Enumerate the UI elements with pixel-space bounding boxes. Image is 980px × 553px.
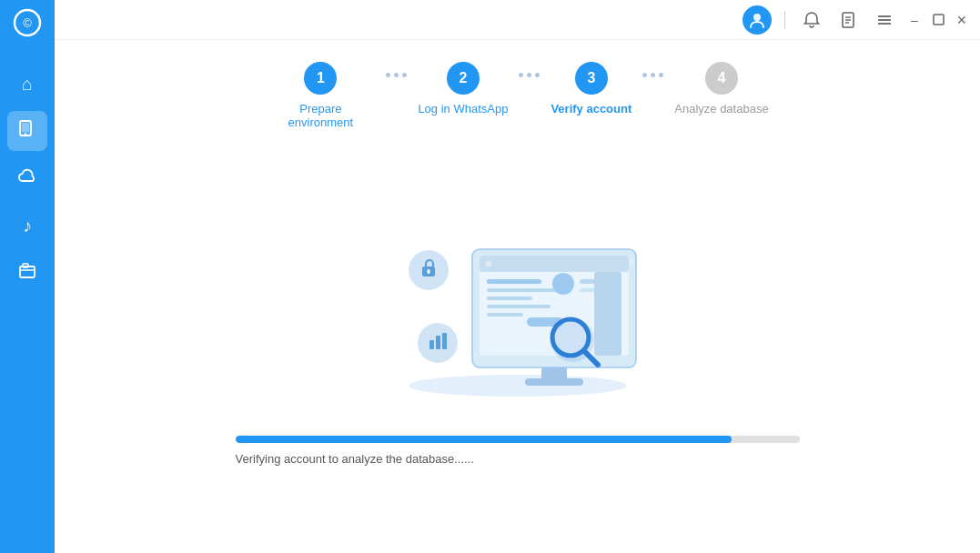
app-logo: © <box>0 0 55 45</box>
close-button[interactable]: ✕ <box>955 13 969 27</box>
svg-rect-34 <box>487 297 532 300</box>
device-icon <box>17 119 37 144</box>
step-dots-3 <box>631 73 674 77</box>
step-1: 1 Prepare environment <box>266 62 375 129</box>
svg-rect-41 <box>594 272 621 356</box>
svg-point-4 <box>25 133 26 135</box>
step-2-circle: 2 <box>447 62 480 95</box>
svg-rect-22 <box>436 336 440 349</box>
svg-rect-23 <box>442 333 447 349</box>
sidebar-item-home[interactable]: ⌂ <box>7 64 47 104</box>
main-content: – ✕ 1 Prepare environment 2 <box>55 0 980 553</box>
svg-rect-46 <box>525 378 583 386</box>
step-2-label: Log in WhatsApp <box>418 102 508 116</box>
user-avatar[interactable] <box>743 5 772 35</box>
svg-rect-5 <box>20 266 35 277</box>
progress-bar-fill <box>236 436 732 443</box>
svg-rect-35 <box>487 305 551 308</box>
sidebar-item-cloud[interactable] <box>7 158 47 198</box>
svg-point-16 <box>409 375 627 397</box>
minimize-button[interactable]: – <box>907 13 922 27</box>
sidebar-item-device[interactable] <box>7 111 47 151</box>
step-2: 2 Log in WhatsApp <box>418 62 508 116</box>
cloud-icon <box>17 168 37 189</box>
sidebar-item-files[interactable] <box>7 253 47 293</box>
divider <box>784 11 785 29</box>
music-icon: ♪ <box>23 216 32 236</box>
step-dots-1 <box>375 73 418 77</box>
step-1-circle: 1 <box>304 62 337 95</box>
progress-section: Verifying account to analyze the databas… <box>236 436 800 466</box>
step-3-circle: 3 <box>575 62 608 95</box>
svg-rect-15 <box>934 15 944 25</box>
svg-rect-36 <box>487 313 523 317</box>
illustration <box>363 208 672 408</box>
titlebar: – ✕ <box>55 0 980 40</box>
svg-point-37 <box>552 273 574 295</box>
sidebar: © ⌂ ♪ <box>0 0 55 553</box>
document-icon[interactable] <box>834 6 862 34</box>
progress-text: Verifying account to analyze the databas… <box>236 452 800 466</box>
svg-rect-19 <box>427 269 429 274</box>
step-3: 3 Verify account <box>551 62 631 116</box>
svg-rect-3 <box>22 123 29 132</box>
maximize-button[interactable] <box>931 13 945 27</box>
step-4-label: Analyze database <box>674 102 768 116</box>
files-icon <box>18 262 36 285</box>
content-area: Verifying account to analyze the databas… <box>55 138 980 553</box>
svg-rect-21 <box>429 340 434 349</box>
titlebar-actions: – ✕ <box>743 5 969 35</box>
svg-rect-45 <box>541 367 567 380</box>
notification-icon[interactable] <box>798 6 825 34</box>
menu-icon[interactable] <box>871 6 898 34</box>
svg-rect-33 <box>487 288 560 292</box>
sidebar-item-music[interactable]: ♪ <box>7 206 47 246</box>
step-1-label: Prepare environment <box>266 102 375 129</box>
step-3-label: Verify account <box>551 102 631 116</box>
progress-bar-track <box>236 436 800 443</box>
step-4: 4 Analyze database <box>674 62 768 116</box>
home-icon: ⌂ <box>22 74 33 95</box>
stepper: 1 Prepare environment 2 Log in WhatsApp … <box>55 40 980 138</box>
svg-text:©: © <box>23 16 32 30</box>
svg-point-30 <box>485 260 491 266</box>
svg-rect-29 <box>480 256 629 272</box>
svg-point-31 <box>629 259 634 265</box>
svg-rect-6 <box>23 264 28 267</box>
svg-point-7 <box>753 14 761 21</box>
step-dots-2 <box>508 73 551 77</box>
svg-rect-32 <box>487 279 541 284</box>
sidebar-nav: ⌂ ♪ <box>7 55 47 553</box>
step-4-circle: 4 <box>705 62 738 95</box>
